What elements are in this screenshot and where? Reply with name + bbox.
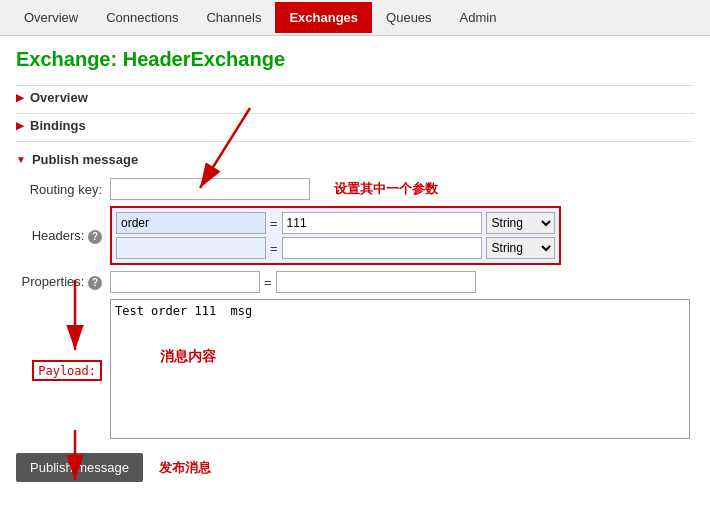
headers-row2: = String Number Boolean bbox=[116, 237, 555, 259]
routing-key-cell: 设置其中一个参数 bbox=[106, 175, 694, 203]
header-val-input-1[interactable] bbox=[282, 212, 482, 234]
prop-eq: = bbox=[264, 275, 272, 290]
properties-label: Properties: ? bbox=[16, 268, 106, 296]
publish-section: ▼ Publish message Routing key: 设置其中一个参数 … bbox=[16, 141, 694, 482]
payload-textarea[interactable] bbox=[110, 299, 690, 439]
headers-row: Headers: ? = String Number bbox=[16, 203, 694, 268]
page-content: Exchange: HeaderExchange ▶ Overview ▶ Bi… bbox=[0, 36, 710, 494]
nav-overview[interactable]: Overview bbox=[10, 2, 92, 33]
publish-section-label: Publish message bbox=[32, 152, 138, 167]
exchange-name: HeaderExchange bbox=[123, 48, 285, 70]
header-key-input-2[interactable] bbox=[116, 237, 266, 259]
nav-admin[interactable]: Admin bbox=[446, 2, 511, 33]
headers-label: Headers: ? bbox=[16, 203, 106, 268]
payload-label-cell: Payload: bbox=[16, 296, 106, 445]
properties-help-icon[interactable]: ? bbox=[88, 276, 102, 290]
nav-channels[interactable]: Channels bbox=[192, 2, 275, 33]
title-prefix: Exchange: bbox=[16, 48, 123, 70]
page-title: Exchange: HeaderExchange bbox=[16, 48, 694, 71]
publish-section-header[interactable]: ▼ Publish message bbox=[16, 148, 694, 175]
section-overview-label: Overview bbox=[30, 90, 88, 105]
nav-exchanges[interactable]: Exchanges bbox=[275, 2, 372, 33]
headers-row1: = String Number Boolean bbox=[116, 212, 555, 234]
eq-sign-2: = bbox=[270, 241, 278, 256]
section-overview-header[interactable]: ▶ Overview bbox=[16, 85, 694, 109]
section-bindings-header[interactable]: ▶ Bindings bbox=[16, 113, 694, 137]
headers-help-icon[interactable]: ? bbox=[88, 230, 102, 244]
annotation-publish: 发布消息 bbox=[159, 459, 211, 477]
headers-border-box: = String Number Boolean = bbox=[110, 206, 561, 265]
header-val-input-2[interactable] bbox=[282, 237, 482, 259]
triangle-down-icon: ▼ bbox=[16, 154, 26, 165]
bottom-row: Publish message 发布消息 bbox=[16, 453, 694, 482]
payload-input-cell bbox=[106, 296, 694, 445]
properties-row: Properties: ? = bbox=[16, 268, 694, 296]
properties-inputs: = bbox=[110, 271, 690, 293]
properties-cell: = bbox=[106, 268, 694, 296]
prop-key-input[interactable] bbox=[110, 271, 260, 293]
header-type-select-1[interactable]: String Number Boolean bbox=[486, 212, 555, 234]
headers-cell: = String Number Boolean = bbox=[106, 203, 694, 268]
publish-form: Routing key: 设置其中一个参数 Headers: ? bbox=[16, 175, 694, 445]
payload-label-box: Payload: bbox=[32, 360, 102, 381]
eq-sign-1: = bbox=[270, 216, 278, 231]
prop-val-input[interactable] bbox=[276, 271, 476, 293]
payload-label: Payload: bbox=[38, 364, 96, 378]
section-bindings-label: Bindings bbox=[30, 118, 86, 133]
top-nav: Overview Connections Channels Exchanges … bbox=[0, 0, 710, 36]
publish-button[interactable]: Publish message bbox=[16, 453, 143, 482]
payload-row: Payload: bbox=[16, 296, 694, 445]
header-key-input-1[interactable] bbox=[116, 212, 266, 234]
header-type-select-2[interactable]: String Number Boolean bbox=[486, 237, 555, 259]
nav-connections[interactable]: Connections bbox=[92, 2, 192, 33]
annotation-param: 设置其中一个参数 bbox=[334, 181, 438, 196]
triangle-icon: ▶ bbox=[16, 120, 24, 131]
routing-key-input[interactable] bbox=[110, 178, 310, 200]
routing-key-row: Routing key: 设置其中一个参数 bbox=[16, 175, 694, 203]
nav-queues[interactable]: Queues bbox=[372, 2, 446, 33]
triangle-icon: ▶ bbox=[16, 92, 24, 103]
routing-key-label: Routing key: bbox=[16, 175, 106, 203]
